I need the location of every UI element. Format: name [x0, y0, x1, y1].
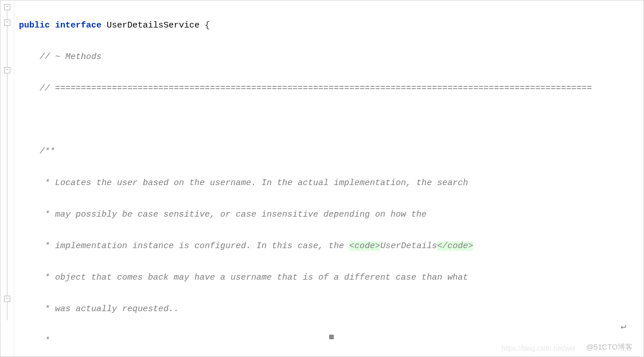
keyword-interface: interface	[55, 21, 102, 30]
code-tag-open: <code>	[349, 241, 380, 251]
code-line: // =====================================…	[19, 81, 639, 97]
fold-marker-javadoc[interactable]: −	[4, 67, 10, 73]
javadoc-line: * implementation instance is configured.…	[40, 241, 473, 251]
code-area[interactable]: public interface UserDetailsService { //…	[14, 1, 643, 356]
code-line: * Locates the user based on the username…	[19, 175, 639, 191]
resize-handle[interactable]	[329, 335, 334, 339]
code-line: * object that comes back may have a user…	[19, 270, 639, 286]
code-line: * implementation instance is configured.…	[19, 238, 639, 254]
fold-marker-comment[interactable]: −	[4, 19, 10, 26]
editor-gutter: − − − −	[1, 1, 14, 356]
code-line	[19, 112, 639, 128]
code-line: public interface UserDetailsService {	[19, 18, 639, 34]
fold-marker-end[interactable]: −	[4, 296, 10, 302]
watermark-text: @51CTO博客	[586, 342, 633, 352]
interface-name: UserDetailsService	[107, 21, 200, 30]
cursor-indicator: ↵	[620, 319, 626, 335]
javadoc-line: * object that comes back may have a user…	[40, 273, 468, 283]
code-editor: − − − − public interface UserDetailsServ…	[0, 0, 644, 357]
javadoc-line: * Locates the user based on the username…	[40, 178, 468, 188]
code-line: * may possibly be case sensitive, or cas…	[19, 207, 639, 223]
fold-marker-interface[interactable]: −	[4, 4, 10, 10]
code-line: * was actually requested..	[19, 301, 639, 317]
javadoc-open: /**	[40, 147, 55, 156]
code-line: // ~ Methods	[19, 49, 639, 65]
keyword-public: public	[19, 21, 50, 30]
javadoc-line: * may possibly be case sensitive, or cas…	[40, 210, 427, 219]
code-tag-close: </code>	[437, 241, 473, 251]
comment-methods: // ~ Methods	[40, 52, 102, 62]
comment-divider: // =====================================…	[40, 84, 592, 93]
fold-line	[7, 11, 7, 320]
code-line: /**	[19, 144, 639, 160]
javadoc-line: * was actually requested..	[40, 304, 179, 314]
javadoc-star: *	[40, 336, 50, 346]
watermark-faint: https://blog.csdn.net/wei	[501, 344, 575, 352]
